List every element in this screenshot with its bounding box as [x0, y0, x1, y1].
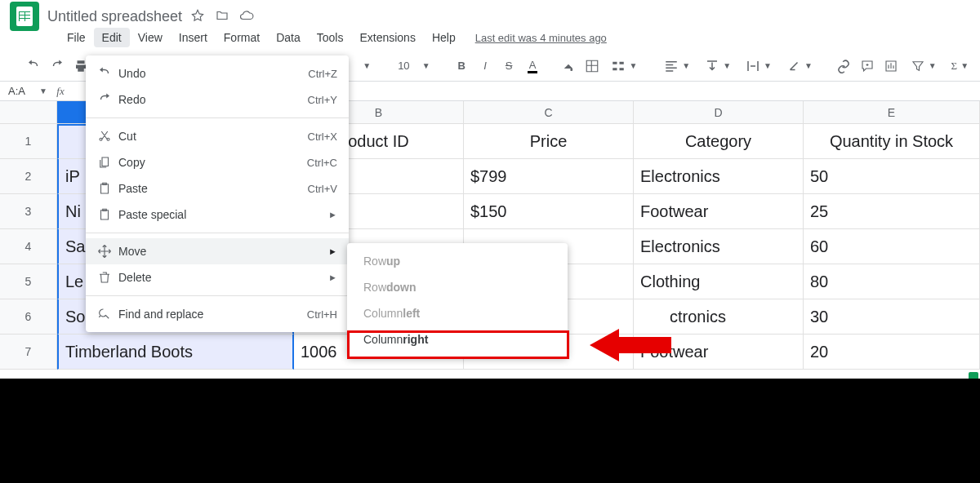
cell[interactable]: Footwear	[634, 194, 804, 229]
star-icon[interactable]	[190, 8, 205, 25]
menu-redo[interactable]: RedoCtrl+Y	[86, 86, 349, 113]
undo-icon	[97, 66, 118, 81]
cell[interactable]: Electronics	[634, 159, 804, 194]
document-title[interactable]: Untitled spreadsheet	[47, 8, 182, 25]
cell[interactable]: Clothing	[634, 264, 804, 299]
functions-btn[interactable]: Σ▼	[947, 55, 973, 77]
row-header[interactable]: 7	[0, 335, 57, 370]
menu-help[interactable]: Help	[424, 28, 464, 47]
cell[interactable]: 25	[804, 194, 980, 229]
rotate-btn[interactable]: ▼	[782, 55, 817, 77]
comment-btn[interactable]	[858, 55, 877, 77]
strike-btn[interactable]: S	[500, 55, 519, 77]
menu-undo[interactable]: UndoCtrl+Z	[86, 60, 349, 86]
menu-insert[interactable]: Insert	[171, 28, 216, 47]
row-header[interactable]: 6	[0, 299, 57, 335]
sheets-logo[interactable]	[10, 2, 39, 31]
menu-move[interactable]: Move►	[86, 238, 349, 264]
delete-icon	[97, 270, 118, 285]
col-header-C[interactable]: C	[464, 101, 634, 124]
halign-btn[interactable]: ▼	[659, 55, 695, 77]
redo-btn[interactable]	[48, 55, 67, 77]
row-header[interactable]: 3	[0, 194, 57, 229]
row-header[interactable]: 5	[0, 264, 57, 299]
menu-extensions[interactable]: Extensions	[351, 28, 423, 47]
menu-tools[interactable]: Tools	[309, 28, 352, 47]
cell[interactable]: Electronics	[634, 229, 804, 264]
blackout	[0, 379, 980, 483]
copy-icon	[97, 155, 118, 170]
svg-marker-0	[590, 329, 671, 361]
move-folder-icon[interactable]	[215, 8, 229, 25]
title-bar: Untitled spreadsheet	[0, 0, 980, 29]
fx-icon: fx	[52, 85, 69, 98]
valign-btn[interactable]: ▼	[700, 55, 736, 77]
textcolor-btn[interactable]: A	[523, 55, 542, 77]
cell[interactable]: 30	[804, 299, 980, 335]
cloud-icon[interactable]	[239, 8, 254, 25]
row-header[interactable]: 2	[0, 159, 57, 194]
menu-bar: File Edit View Insert Format Data Tools …	[0, 29, 980, 51]
cell[interactable]: 80	[804, 264, 980, 299]
cell[interactable]: Category	[634, 124, 804, 159]
select-all-corner[interactable]	[0, 101, 57, 124]
menu-edit[interactable]: Edit	[94, 28, 130, 47]
name-box[interactable]: A:A▼	[3, 83, 52, 100]
find-icon	[97, 307, 118, 321]
row-header[interactable]: 1	[0, 124, 57, 159]
paste-icon	[97, 181, 118, 196]
menu-delete[interactable]: Delete►	[86, 264, 349, 290]
cell[interactable]: Timberland Boots	[57, 335, 294, 370]
move-row-down[interactable]: Row down	[347, 274, 568, 300]
cut-icon	[97, 129, 118, 144]
move-row-up[interactable]: Row up	[347, 248, 568, 274]
fillcolor-btn[interactable]	[559, 55, 577, 77]
merge-btn[interactable]: ▼	[606, 55, 642, 77]
edit-dropdown: UndoCtrl+Z RedoCtrl+Y CutCtrl+X CopyCtrl…	[86, 55, 349, 332]
row-header[interactable]: 4	[0, 229, 57, 264]
annotation-arrow	[590, 326, 671, 366]
fontsize-select[interactable]: 10 ▼	[393, 55, 435, 77]
paste-special-icon	[97, 207, 118, 222]
italic-btn[interactable]: I	[476, 55, 495, 77]
move-icon	[97, 244, 118, 259]
filter-btn[interactable]: ▼	[906, 55, 942, 77]
col-header-D[interactable]: D	[634, 101, 804, 124]
menu-copy[interactable]: CopyCtrl+C	[86, 149, 349, 175]
borders-btn[interactable]	[582, 55, 601, 77]
wrap-btn[interactable]: ▼	[741, 55, 777, 77]
last-edit-link[interactable]: Last edit was 4 minutes ago	[475, 32, 607, 44]
menu-data[interactable]: Data	[268, 28, 309, 47]
menu-view[interactable]: View	[130, 28, 171, 47]
chart-btn[interactable]	[882, 55, 901, 77]
annotation-highlight	[347, 330, 569, 359]
font-select[interactable]: ▼	[358, 55, 376, 77]
col-header-E[interactable]: E	[804, 101, 980, 124]
menu-find-replace[interactable]: Find and replaceCtrl+H	[86, 301, 349, 327]
bold-btn[interactable]: B	[452, 55, 471, 77]
link-btn[interactable]	[835, 55, 853, 77]
cell[interactable]: 50	[804, 159, 980, 194]
menu-paste-special[interactable]: Paste special►	[86, 202, 349, 228]
cell[interactable]: Quantity in Stock	[804, 124, 980, 159]
cell[interactable]: $799	[464, 159, 634, 194]
cell[interactable]: 60	[804, 229, 980, 264]
move-col-left[interactable]: Column left	[347, 300, 568, 326]
menu-paste[interactable]: PasteCtrl+V	[86, 175, 349, 202]
redo-icon	[97, 92, 118, 107]
cell[interactable]: $150	[464, 194, 634, 229]
cell[interactable]: Price	[464, 124, 634, 159]
menu-file[interactable]: File	[59, 28, 94, 47]
undo-btn[interactable]	[24, 55, 43, 77]
cell[interactable]: 20	[804, 335, 980, 370]
menu-format[interactable]: Format	[216, 28, 268, 47]
menu-cut[interactable]: CutCtrl+X	[86, 123, 349, 149]
